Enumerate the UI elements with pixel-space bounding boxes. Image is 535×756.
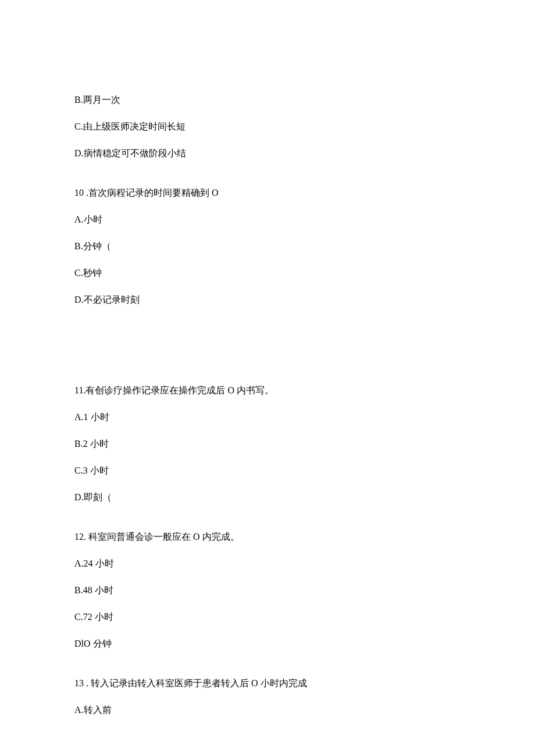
option-text: D.即刻（ (74, 490, 461, 504)
option-text: C.3 小时 (74, 464, 461, 478)
option-text: B.2 小时 (74, 437, 461, 451)
spacer (74, 320, 461, 384)
option-text: C.72 小时 (74, 610, 461, 624)
option-text: B.分钟（ (74, 239, 461, 253)
option-text: B.48 小时 (74, 583, 461, 597)
option-text: DlO 分钟 (74, 637, 461, 651)
question-text: 11.有创诊疗操作记录应在操作完成后 O 内书写。 (74, 384, 461, 397)
option-text: C.秒钟 (74, 266, 461, 280)
document-page: B.两月一次 C.由上级医师决定时间长短 D.病情稳定可不做阶段小结 10 .首… (0, 0, 535, 756)
option-text: C.由上级医师决定时间长短 (74, 120, 461, 134)
option-text: B.两月一次 (74, 93, 461, 107)
option-text: A.1 小时 (74, 410, 461, 424)
question-text: 12. 科室间普通会诊一般应在 O 内完成。 (74, 530, 461, 544)
option-text: A.小时 (74, 213, 461, 227)
spacer (74, 664, 461, 676)
option-text: D.不必记录时刻 (74, 293, 461, 307)
option-text: A.24 小时 (74, 557, 461, 571)
spacer (74, 517, 461, 530)
option-text: A.转入前 (74, 703, 461, 717)
option-text: D.病情稳定可不做阶段小结 (74, 146, 461, 160)
spacer (74, 173, 461, 186)
question-text: 10 .首次病程记录的时间要精确到 O (74, 186, 461, 200)
question-text: 13 . 转入记录由转入科室医师于患者转入后 O 小时内完成 (74, 676, 461, 690)
